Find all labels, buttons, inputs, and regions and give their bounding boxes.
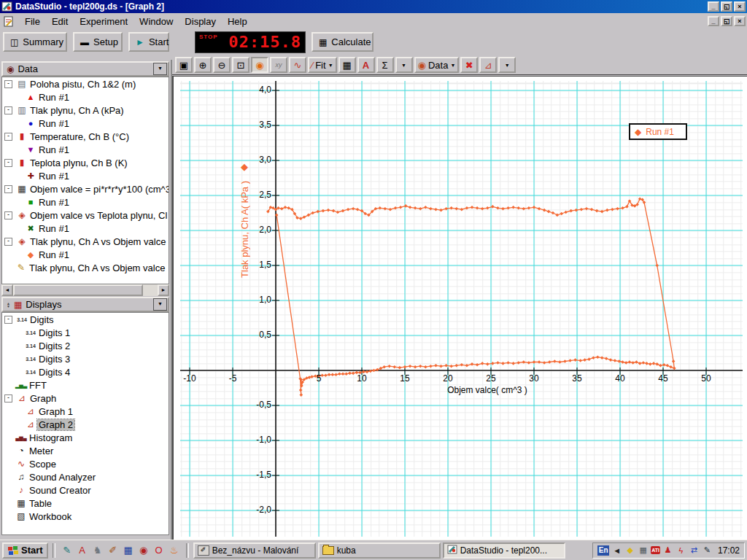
restore-icon[interactable]: ◱ — [721, 1, 732, 12]
run-item-temperature-ch-b-c[interactable]: ▼Run #1 — [2, 143, 169, 156]
tree-item-histogram[interactable]: ▄▆▄Histogram — [2, 431, 169, 444]
tree-item-scope[interactable]: ∿Scope — [2, 457, 169, 470]
ati-icon[interactable]: ATI — [651, 546, 660, 554]
task-kuba[interactable]: kuba — [318, 542, 441, 559]
delete-button[interactable]: ✖ — [460, 57, 478, 73]
app-red-icon[interactable]: ◉ — [136, 543, 151, 558]
expand-collapse-icon[interactable]: - — [4, 106, 12, 114]
statistics-button[interactable]: Σ — [376, 57, 394, 73]
displays-dropdown-icon[interactable]: ▼ — [153, 298, 167, 311]
tray-diamond-icon[interactable]: ◆ — [624, 545, 635, 556]
tree-item-digits[interactable]: -3.14Digits — [2, 313, 169, 326]
opera-icon[interactable]: O — [152, 543, 166, 558]
tree-item-workbook[interactable]: ▧Workbook — [2, 510, 169, 523]
scale-to-fit-button[interactable]: ▣ — [175, 57, 193, 73]
summary-button[interactable]: ◫ Summary — [3, 32, 67, 52]
menu-edit[interactable]: Edit — [46, 15, 74, 28]
tree-item-sound-creator[interactable]: ♪Sound Creator — [2, 483, 169, 497]
close-icon[interactable]: × — [734, 1, 746, 12]
tree-item-tlak-plynu-ch-a-vs-objem-val[interactable]: -◈Tlak plynu, Ch A vs Objem valce — [2, 235, 169, 248]
zoom-in-button[interactable]: ⊕ — [194, 57, 212, 73]
data-series-line[interactable] — [268, 199, 674, 395]
tree-item-tlak-plynu-ch-a-kpa[interactable]: -▥Tlak plynu, Ch A (kPa) — [2, 104, 169, 117]
tree-item-temperature-ch-b-c[interactable]: -▮Temperature, Ch B (°C) — [2, 130, 169, 143]
expand-collapse-icon[interactable]: - — [4, 211, 12, 219]
data-panel-header[interactable]: ◉ Data ▼ — [1, 61, 169, 77]
expand-collapse-icon[interactable]: - — [4, 185, 12, 193]
winamp-icon[interactable]: ♨ — [167, 543, 182, 558]
volume-icon[interactable]: ◄ — [611, 545, 622, 556]
chart-legend[interactable]: ◆ Run #1 — [629, 123, 687, 140]
tree-item-fft[interactable]: ▂▅▃FFT — [2, 378, 169, 392]
calculator-button[interactable]: ▦ — [338, 57, 356, 73]
notes-icon[interactable]: ✎ — [60, 543, 74, 558]
tree-item-meter[interactable]: ◔Meter — [2, 444, 169, 457]
tree-item-digits-1[interactable]: 3.14Digits 1 — [2, 326, 169, 339]
scheduler-icon[interactable]: ▦ — [638, 545, 649, 556]
tree-item-teplota-plynu-ch-b-k[interactable]: -▮Teplota plynu, Ch B (K) — [2, 156, 169, 169]
tree-item-tlak-plynu-ch-a-vs-objem-val[interactable]: ✎Tlak plynu, Ch A vs Objem valce — [2, 261, 169, 274]
sync-icon[interactable]: ⇄ — [689, 545, 700, 556]
run-item-objem-valce-pi-r-r-y-100-cm-[interactable]: ■Run #1 — [2, 195, 169, 209]
data-point-markers[interactable] — [266, 198, 676, 397]
tree-item-objem-valce-pi-r-r-y-100-cm-[interactable]: -▦Objem valce = pi*r*r*y*100 (cm^3 — [2, 182, 169, 195]
menu-experiment[interactable]: Experiment — [74, 15, 133, 28]
scroll-thumb[interactable] — [13, 284, 143, 296]
mdi-minimize-icon[interactable]: _ — [708, 16, 719, 26]
task-bez-n-zvu-malov-n[interactable]: ✐Bez_názvu - Malování — [193, 542, 316, 559]
run-item-objem-valce-vs-teplota-plynu[interactable]: ✖Run #1 — [2, 222, 169, 235]
menu-display[interactable]: Display — [179, 15, 222, 28]
displays-panel-header[interactable]: ▲▼ ▦ Displays ▼ — [1, 297, 169, 312]
graph-settings-button[interactable]: ⊿ — [479, 57, 497, 73]
expand-collapse-icon[interactable]: - — [4, 159, 12, 167]
mdi-restore-icon[interactable]: ◱ — [721, 16, 732, 26]
tree-item-digits-3[interactable]: 3.14Digits 3 — [2, 352, 169, 365]
scroll-right-icon[interactable]: ► — [158, 284, 169, 296]
start-button[interactable]: ► Start — [128, 32, 169, 52]
text-annotation-button[interactable]: A — [357, 57, 375, 73]
tree-item-poloha-pistu-ch-1-2-m[interactable]: -▤Poloha pistu, Ch 1&2 (m) — [2, 77, 169, 90]
menu-help[interactable]: Help — [222, 15, 253, 28]
mdi-close-icon[interactable]: × — [734, 16, 746, 26]
tree-item-table[interactable]: ▦Table — [2, 497, 169, 510]
menu-file[interactable]: File — [19, 15, 46, 28]
paint-app-icon[interactable]: ✐ — [106, 543, 120, 558]
minimize-icon[interactable]: _ — [708, 1, 719, 12]
expand-collapse-icon[interactable]: - — [4, 316, 12, 324]
run-item-tlak-plynu-ch-a-vs-objem-val[interactable]: ◆Run #1 — [2, 248, 169, 261]
expand-collapse-icon[interactable]: - — [4, 394, 12, 402]
zoom-select-button[interactable]: ⊡ — [232, 57, 249, 73]
menu-window[interactable]: Window — [133, 15, 179, 28]
zoom-out-button[interactable]: ⊖ — [213, 57, 231, 73]
run-item-teplota-plynu-ch-b-k[interactable]: ✚Run #1 — [2, 169, 169, 182]
graph-panel[interactable]: ◆ Tlak plynu, Ch A( kPa ) Objem valce( c… — [172, 76, 747, 540]
graph-settings-dropdown-button[interactable]: ▼ — [498, 57, 516, 73]
run-item-poloha-pistu-ch-1-2-m[interactable]: ▲Run #1 — [2, 90, 169, 104]
tree-item-graph-2[interactable]: ⊿Graph 2 — [2, 418, 169, 431]
task-datastudio-tepl200[interactable]: DataStudio - tepl200... — [443, 542, 565, 559]
keyboard-layout-icon[interactable]: En — [597, 545, 609, 556]
scroll-left-icon[interactable]: ◄ — [1, 284, 13, 296]
messenger-icon[interactable]: ♞ — [90, 543, 105, 558]
statistics-dropdown-button[interactable]: ▼ — [395, 57, 413, 73]
calculator-app-icon[interactable]: ▦ — [121, 543, 136, 558]
tree-item-digits-4[interactable]: 3.14Digits 4 — [2, 365, 169, 378]
pen-tool-icon[interactable]: ✎ — [702, 545, 713, 556]
tree-item-objem-valce-vs-teplota-plynu[interactable]: -◈Objem valce vs Teplota plynu, Cl — [2, 209, 169, 222]
panel-splitter-icon[interactable]: ▲▼ — [7, 302, 10, 308]
calculate-button[interactable]: ▦ Calculate — [311, 32, 374, 52]
data-dropdown-icon[interactable]: ▼ — [153, 63, 167, 75]
document-icon[interactable] — [3, 16, 15, 27]
tree-item-digits-2[interactable]: 3.14Digits 2 — [2, 339, 169, 352]
run-item-tlak-plynu-ch-a-kpa[interactable]: ●Run #1 — [2, 117, 169, 130]
tree-item-graph[interactable]: -⊿Graph — [2, 392, 169, 405]
agent-icon[interactable]: ♟ — [662, 545, 673, 556]
smart-tool-button[interactable]: ◉ — [251, 57, 268, 73]
tree-item-graph-1[interactable]: ⊿Graph 1 — [2, 405, 169, 418]
fit-menu-button[interactable]: ∕Fit▼ — [308, 57, 337, 73]
expand-collapse-icon[interactable]: - — [4, 80, 12, 88]
expand-collapse-icon[interactable]: - — [4, 133, 12, 141]
slope-tool-button[interactable]: ∿ — [289, 57, 306, 73]
power-icon[interactable]: ϟ — [676, 545, 686, 556]
data-menu-button[interactable]: ◉Data▼ — [414, 57, 460, 73]
